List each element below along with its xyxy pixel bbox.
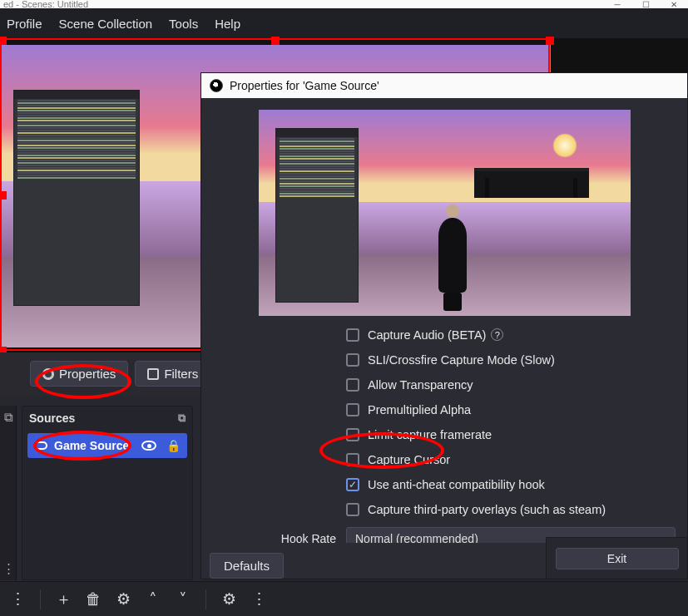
- window-controls: ─ ☐ ✕: [603, 0, 688, 8]
- handle-w[interactable]: [0, 191, 7, 200]
- sources-title: Sources: [29, 411, 75, 425]
- defaults-button[interactable]: Defaults: [210, 553, 284, 579]
- checkbox-row-third-party-overlays[interactable]: Capture third-party overlays (such as st…: [346, 497, 676, 522]
- properties-dialog: Properties for 'Game Source': [200, 72, 688, 579]
- filters-icon: [147, 368, 159, 380]
- sources-panel: Sources ⧉ Game Source 🔒: [22, 406, 193, 580]
- maximize-button[interactable]: ☐: [631, 0, 660, 8]
- visibility-toggle[interactable]: [141, 441, 156, 451]
- checkbox-label: Capture Audio (BETA) ?: [368, 328, 503, 342]
- more-icon[interactable]: ⋮: [250, 590, 268, 609]
- exit-button-label: Exit: [607, 552, 626, 565]
- checkbox-icon: [346, 453, 359, 466]
- gear-icon: [42, 368, 54, 380]
- popout-icon[interactable]: ⧉: [2, 411, 15, 424]
- source-settings-button[interactable]: ⚙: [114, 590, 132, 609]
- bottom-toolbar: ⋮ ＋ 🗑 ⚙ ˄ ˅ ⚙ ⋮: [0, 581, 688, 616]
- checkbox-icon: [346, 503, 359, 516]
- source-item-game-source[interactable]: Game Source 🔒: [27, 433, 187, 458]
- hook-rate-value: Normal (recommended): [355, 532, 478, 543]
- handle-nw[interactable]: [0, 37, 7, 45]
- checkbox-icon: [346, 403, 359, 416]
- menu-help[interactable]: Help: [215, 17, 240, 31]
- checkbox-label: SLI/Crossfire Capture Mode (Slow): [368, 353, 555, 367]
- checkbox-icon: [346, 328, 359, 342]
- gamepad-icon: [34, 441, 47, 450]
- add-source-button[interactable]: ＋: [54, 590, 72, 609]
- checkbox-label: Limit capture framerate: [368, 428, 492, 441]
- checkbox-icon: [346, 428, 359, 441]
- menu-profile[interactable]: Profile: [7, 17, 42, 31]
- filters-button[interactable]: Filters: [135, 361, 210, 387]
- more-icon[interactable]: ⋮: [2, 562, 15, 575]
- help-icon[interactable]: ?: [491, 328, 503, 341]
- lock-toggle[interactable]: 🔒: [166, 439, 181, 452]
- sources-header: Sources ⧉: [22, 407, 192, 430]
- minimize-button[interactable]: ─: [603, 0, 631, 8]
- checkbox-row-premultiplied-alpha[interactable]: Premultiplied Alpha: [346, 397, 676, 422]
- handle-ne[interactable]: [546, 37, 554, 45]
- obs-logo-icon: [210, 79, 223, 92]
- menu-scene-collection[interactable]: Scene Collection: [59, 17, 153, 31]
- checkbox-icon: [346, 353, 359, 367]
- filters-button-label: Filters: [164, 367, 198, 381]
- properties-button-label: Properties: [59, 367, 116, 381]
- menu-tools[interactable]: Tools: [169, 17, 198, 31]
- checkbox-label: Allow Transparency: [368, 378, 473, 392]
- move-up-button[interactable]: ˄: [144, 590, 162, 609]
- checkbox-label: Capture third-party overlays (such as st…: [368, 503, 606, 516]
- dialog-titlebar: Properties for 'Game Source': [201, 73, 687, 98]
- source-item-label: Game Source: [54, 439, 129, 452]
- remove-source-button[interactable]: 🗑: [84, 590, 102, 609]
- hook-rate-label: Hook Rate: [213, 532, 336, 543]
- checkbox-row-sli-crossfire[interactable]: SLI/Crossfire Capture Mode (Slow): [346, 347, 676, 372]
- checkbox-row-limit-framerate[interactable]: Limit capture framerate: [346, 422, 676, 447]
- properties-button[interactable]: Properties: [30, 361, 128, 387]
- menubar: Profile Scene Collection Tools Help: [0, 8, 688, 38]
- popout-icon[interactable]: ⧉: [178, 411, 186, 425]
- checkbox-row-anti-cheat[interactable]: ✓ Use anti-cheat compatibility hook: [346, 472, 676, 497]
- checkbox-row-allow-transparency[interactable]: Allow Transparency: [346, 372, 676, 397]
- exit-button[interactable]: Exit: [556, 548, 679, 569]
- move-down-button[interactable]: ˅: [174, 590, 192, 609]
- handle-n[interactable]: [271, 37, 280, 45]
- window-title: ed - Scenes: Untitled: [3, 0, 88, 8]
- close-button[interactable]: ✕: [660, 0, 688, 8]
- scenes-strip: ⧉ ⋮: [0, 406, 17, 580]
- checkbox-icon: ✓: [346, 478, 359, 491]
- checkbox-label: Use anti-cheat compatibility hook: [368, 478, 545, 491]
- dialog-title: Properties for 'Game Source': [230, 79, 379, 92]
- dialog-footer: Exit: [546, 537, 687, 579]
- checkbox-row-capture-cursor[interactable]: Capture Cursor: [346, 447, 676, 472]
- window-titlebar: ed - Scenes: Untitled: [0, 0, 688, 8]
- advanced-settings-button[interactable]: ⚙: [220, 590, 238, 609]
- checkbox-icon: [346, 378, 359, 392]
- checkbox-label: Premultiplied Alpha: [368, 403, 471, 416]
- checkbox-row-capture-audio[interactable]: Capture Audio (BETA) ?: [346, 323, 676, 347]
- checkbox-label: Capture Cursor: [368, 453, 450, 466]
- dialog-source-preview: [259, 110, 631, 316]
- more-icon[interactable]: ⋮: [8, 590, 27, 609]
